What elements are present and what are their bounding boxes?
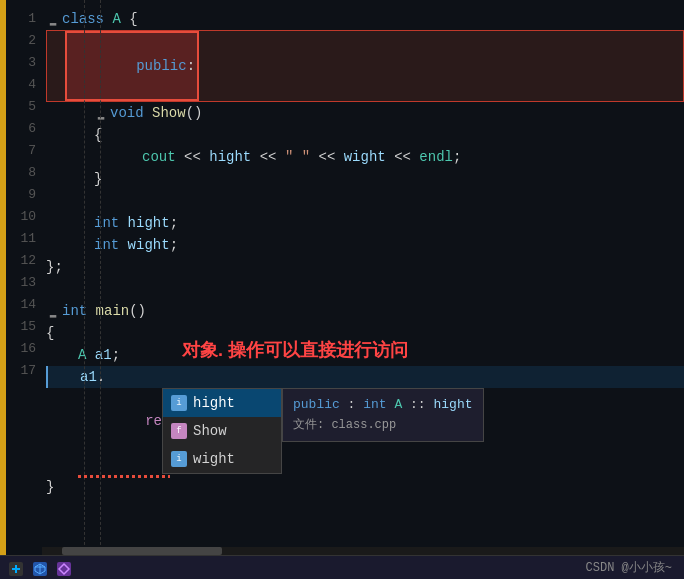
code-line-9: int wight ; [46,234,684,256]
file-name: class.cpp [331,418,396,432]
access-specifier: public: [65,31,199,101]
status-bar: CSDN @小小孩~ [0,555,684,579]
class-name: A [112,8,129,30]
code-line-5: cout << hight << " " << wight << endl ; [46,146,684,168]
code-line-10: }; [46,256,684,278]
code-line-3: ▬ void Show () [46,102,684,124]
func-icon: f [171,423,187,439]
autocomplete-item-wight[interactable]: i wight [163,445,281,473]
int-icon: i [171,395,187,411]
code-line-7 [46,190,684,212]
code-line-1: ▬ class A { [46,8,684,30]
cube-icon[interactable] [32,561,48,577]
autocomplete-detail: public : int A :: hight 文件: class.cpp [282,388,484,442]
code-line-12: ▬ int main () [46,300,684,322]
code-line-2: public: [46,30,684,102]
detail-file: 文件: class.cpp [293,415,473,435]
line-numbers: 1 2 3 4 5 6 7 8 9 10 11 12 13 14 15 16 1… [6,0,42,555]
fold-icon-12[interactable]: ▬ [46,304,60,318]
status-icons [8,561,72,577]
code-line-6: } [46,168,684,190]
annotation-text: 对象. 操作可以直接进行访问 [182,338,408,362]
autocomplete-dropdown: i hight f Show i wight public : [162,388,484,474]
file-label: 文件: [293,418,324,432]
code-line-4: { [46,124,684,146]
autocomplete-label-show: Show [193,420,227,442]
horizontal-scrollbar[interactable] [42,547,684,555]
autocomplete-label-hight: hight [193,392,235,414]
code-content: ▬ class A { public: ▬ void Show () { cou… [42,0,684,555]
kw-class: class [62,8,112,30]
brand-text: CSDN @小小孩~ [586,559,672,576]
editor-area: 1 2 3 4 5 6 7 8 9 10 11 12 13 14 15 16 1… [0,0,684,555]
scrollbar-thumb[interactable] [62,547,222,555]
brace-open: { [129,8,137,30]
int-icon-2: i [171,451,187,467]
code-line-15: a1 . [46,366,684,388]
fold-icon-1[interactable]: ▬ [46,12,60,26]
code-line-11 [46,278,684,300]
diamond-icon[interactable] [56,561,72,577]
autocomplete-label-wight: wight [193,448,235,470]
fold-icon-3[interactable]: ▬ [94,106,108,120]
code-line-17: } [46,476,684,498]
plus-icon[interactable] [8,561,24,577]
autocomplete-list[interactable]: i hight f Show i wight [162,388,282,474]
squiggly-underline [78,475,170,478]
code-line-8: int hight ; [46,212,684,234]
autocomplete-item-hight[interactable]: i hight [163,389,281,417]
autocomplete-item-show[interactable]: f Show [163,417,281,445]
detail-signature: public : int A :: hight [293,395,473,415]
